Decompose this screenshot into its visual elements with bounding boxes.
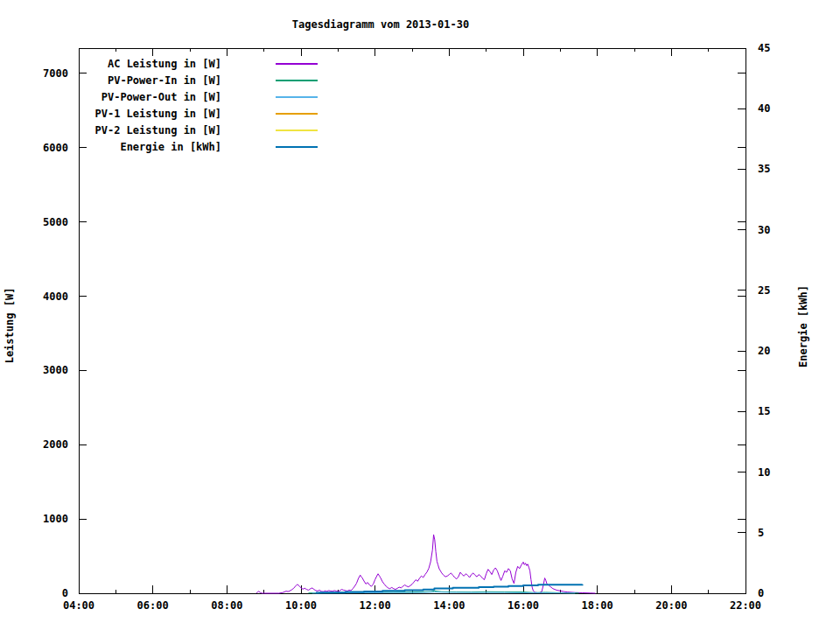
y-right-tick-label: 5 — [758, 527, 764, 539]
legend-label: PV-2 Leistung in [W] — [52, 124, 221, 136]
legend-line-sample — [276, 96, 318, 98]
y-right-tick-label: 0 — [758, 587, 764, 599]
y-right-tick-label: 25 — [758, 284, 770, 297]
x-tick-label: 14:00 — [433, 599, 465, 612]
legend-line-sample — [276, 113, 318, 115]
x-tick-label: 08:00 — [211, 599, 242, 612]
legend-label: Energie in [kWh] — [52, 141, 221, 153]
y-left-tick-label: 3000 — [43, 364, 68, 376]
legend-item: PV-1 Leistung in [W] — [52, 105, 318, 122]
legend-label: PV-Power-In in [W] — [52, 74, 221, 87]
x-tick-label: 22:00 — [730, 599, 761, 612]
y-left-tick-label: 0 — [62, 587, 68, 599]
legend-line-sample — [276, 130, 318, 131]
legend-label: PV-1 Leistung in [W] — [52, 108, 221, 120]
y-right-tick-label: 35 — [758, 163, 770, 175]
y-axis-label-right: Energie [kWh] — [797, 285, 809, 368]
y-left-tick-label: 4000 — [43, 290, 68, 303]
chart-title: Tagesdiagramm vom 2013-01-30 — [292, 18, 469, 31]
x-tick-label: 04:00 — [63, 599, 94, 612]
legend-label: PV-Power-Out in [W] — [52, 91, 221, 103]
y-left-tick-label: 2000 — [43, 438, 68, 451]
y-left-tick-label: 1000 — [43, 513, 68, 525]
x-tick-label: 20:00 — [655, 599, 687, 612]
legend-item: AC Leistung in [W] — [52, 55, 318, 72]
y-right-tick-label: 45 — [758, 42, 770, 54]
chart-screenshot: Tagesdiagramm vom 2013-01-30 Leistung [W… — [0, 0, 840, 630]
x-tick-label: 10:00 — [285, 599, 317, 612]
x-tick-label: 16:00 — [508, 599, 539, 612]
legend-item: Energie in [kWh] — [52, 138, 318, 155]
x-tick-label: 06:00 — [137, 599, 169, 612]
x-tick-label: 18:00 — [582, 599, 613, 612]
legend-item: PV-Power-In in [W] — [52, 72, 318, 88]
legend-line-sample — [276, 80, 318, 81]
x-tick-label: 12:00 — [360, 599, 391, 612]
y-right-tick-label: 10 — [758, 466, 770, 479]
legend-line-sample — [276, 146, 318, 148]
legend-line-sample — [276, 63, 318, 65]
y-right-tick-label: 15 — [758, 405, 770, 417]
y-axis-label-left: Leistung [W] — [4, 288, 16, 364]
legend: AC Leistung in [W] PV-Power-In in [W] PV… — [52, 55, 318, 155]
y-right-tick-label: 40 — [758, 102, 770, 115]
legend-item: PV-2 Leistung in [W] — [52, 122, 318, 138]
y-left-tick-label: 5000 — [43, 216, 68, 228]
y-right-tick-label: 30 — [758, 224, 770, 236]
data-series — [256, 535, 595, 593]
legend-item: PV-Power-Out in [W] — [52, 88, 318, 105]
legend-label: AC Leistung in [W] — [52, 58, 221, 70]
y-right-tick-label: 20 — [758, 345, 770, 357]
